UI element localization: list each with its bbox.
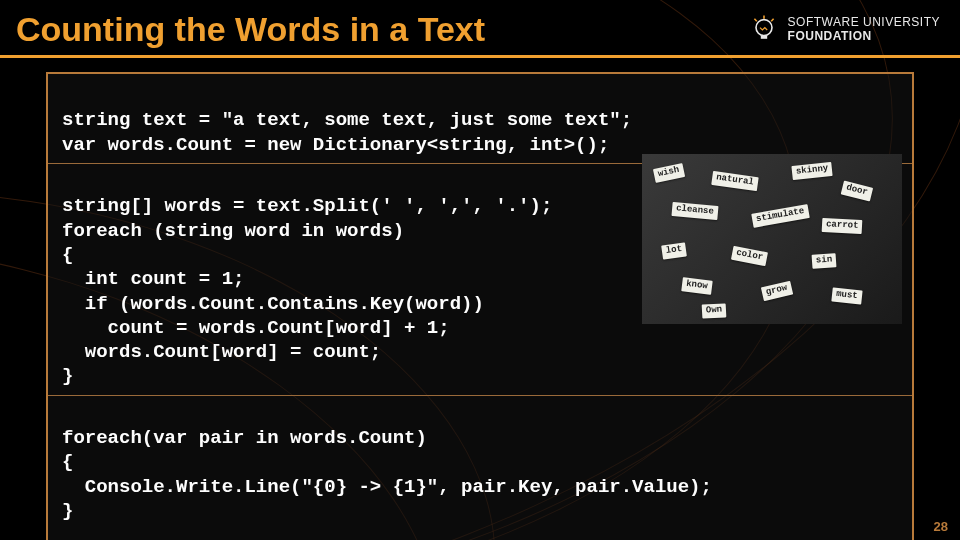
lightbulb-icon	[748, 14, 780, 46]
slide-title: Counting the Words in a Text	[16, 10, 485, 49]
brand-logo: SOFTWARE UNIVERSITY FOUNDATION	[748, 14, 940, 46]
code-line: {	[62, 244, 73, 266]
word-clippings-image: wish natural skinny door cleanse stimula…	[642, 154, 902, 324]
code-divider	[48, 395, 912, 396]
logo-text-line1: SOFTWARE UNIVERSITY	[788, 16, 940, 29]
code-line: int count = 1;	[62, 268, 244, 290]
code-line: words.Count[word] = count;	[62, 341, 381, 363]
svg-line-3	[771, 18, 773, 20]
slide-title-bar: Counting the Words in a Text SOFTWARE UN…	[0, 0, 960, 58]
svg-line-2	[754, 18, 756, 20]
code-line: }	[62, 365, 73, 387]
code-line: Console.Write.Line("{0} -> {1}", pair.Ke…	[62, 476, 712, 498]
code-line: string text = "a text, some text, just s…	[62, 109, 632, 131]
code-line: foreach (string word in words)	[62, 220, 404, 242]
logo-text-line2: FOUNDATION	[788, 30, 940, 43]
code-line: }	[62, 500, 73, 522]
code-line: count = words.Count[word] + 1;	[62, 317, 450, 339]
code-block: string text = "a text, some text, just s…	[46, 72, 914, 540]
code-line: var words.Count = new Dictionary<string,…	[62, 134, 609, 156]
code-line: foreach(var pair in words.Count)	[62, 427, 427, 449]
code-line: if (words.Count.Contains.Key(word))	[62, 293, 484, 315]
code-line: string[] words = text.Split(' ', ',', '.…	[62, 195, 552, 217]
code-line: {	[62, 451, 73, 473]
